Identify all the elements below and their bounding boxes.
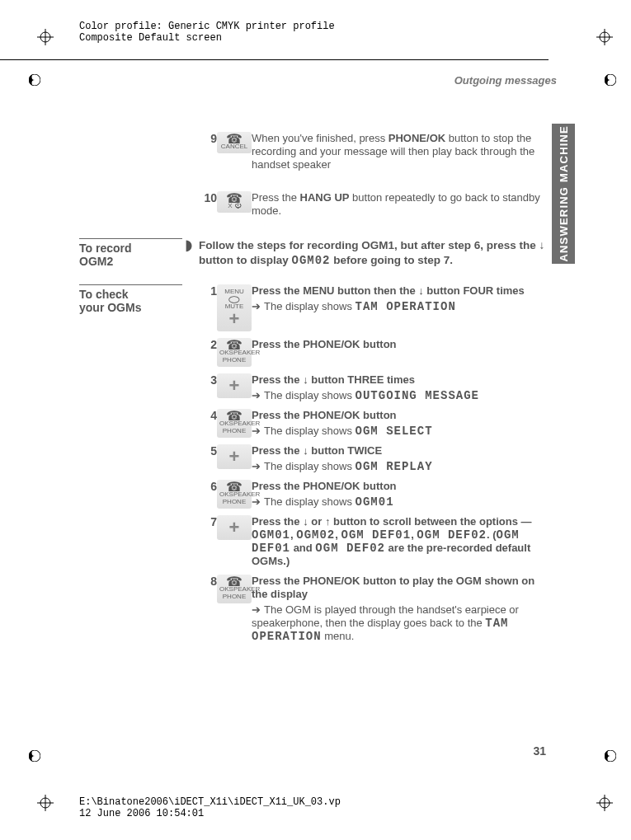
registration-mark-icon bbox=[596, 29, 613, 45]
yin-yang-icon bbox=[29, 74, 40, 86]
phone-ok-button-icon: ☎OKSPEAKERPHONE bbox=[217, 575, 252, 603]
phone-ok-button-icon: ☎OKSPEAKERPHONE bbox=[217, 409, 252, 438]
nav-button-icon: + bbox=[217, 373, 252, 398]
section-label: To record OGM2 bbox=[79, 242, 178, 268]
step-number: 4 bbox=[199, 409, 217, 422]
timestamp-text: 12 June 2006 10:54:01 bbox=[79, 808, 341, 819]
nav-button-icon: + bbox=[217, 444, 252, 469]
yin-yang-icon bbox=[29, 750, 40, 762]
step-number: 8 bbox=[199, 575, 217, 588]
cancel-button-icon: ☎CANCEL bbox=[217, 132, 252, 153]
step-text: Press the PHONE/OK button The display sh… bbox=[252, 480, 582, 509]
yin-yang-icon bbox=[605, 74, 616, 86]
section-divider bbox=[79, 284, 182, 285]
registration-mark-icon bbox=[37, 29, 54, 45]
step-number: 5 bbox=[199, 444, 217, 458]
step-number: 10 bbox=[199, 191, 217, 204]
step-number: 9 bbox=[199, 132, 217, 145]
phone-ok-button-icon: ☎OKSPEAKERPHONE bbox=[217, 338, 252, 367]
step-text: Press the ↓ or ↑ button to scroll betwee… bbox=[252, 515, 582, 568]
yin-yang-icon bbox=[605, 750, 616, 762]
step-text: Press the PHONE/OK button bbox=[252, 338, 582, 351]
registration-mark-icon bbox=[596, 795, 613, 811]
composite-text: Composite Default screen bbox=[79, 32, 335, 44]
menu-button-icon: MENU⬭MUTE+ bbox=[217, 284, 252, 331]
step-text: Press the ↓ button THREE times The displ… bbox=[252, 373, 582, 402]
filepath-text: E:\Binatone2006\iDECT_X1i\iDECT_X1i_UK_0… bbox=[79, 796, 341, 808]
step-number: 6 bbox=[199, 480, 217, 493]
phone-ok-button-icon: ☎OKSPEAKERPHONE bbox=[217, 480, 252, 509]
section-header: Outgoing messages bbox=[79, 74, 582, 87]
step-number: 3 bbox=[199, 373, 217, 387]
section-tab-label: ANSWERING MACHINE bbox=[558, 125, 570, 262]
registration-mark-icon bbox=[37, 795, 54, 811]
step-number: 1 bbox=[199, 284, 217, 298]
bullet-icon: ◗ bbox=[178, 238, 199, 251]
section-label: To check your OGMs bbox=[79, 288, 192, 314]
step-text: When you've finished, press PHONE/OK but… bbox=[252, 132, 582, 171]
step-text: Press the HANG UP button repeatedly to g… bbox=[252, 191, 582, 218]
nav-button-icon: + bbox=[217, 515, 252, 540]
down-arrow-icon: ↓ bbox=[539, 239, 545, 251]
prepress-footer: E:\Binatone2006\iDECT_X1i\iDECT_X1i_UK_0… bbox=[79, 796, 341, 819]
section-tab: ANSWERING MACHINE bbox=[552, 124, 575, 264]
hangup-button-icon: ☎X ⏻ bbox=[217, 191, 252, 213]
color-profile-text: Color profile: Generic CMYK printer prof… bbox=[79, 21, 335, 32]
prepress-header: Color profile: Generic CMYK printer prof… bbox=[79, 21, 335, 44]
step-number: 7 bbox=[199, 515, 217, 528]
step-text: Press the PHONE/OK button to play the OG… bbox=[252, 575, 582, 643]
step-text: Press the MENU button then the ↓ button … bbox=[252, 284, 582, 313]
crop-line bbox=[0, 59, 549, 60]
step-text: Press the PHONE/OK button The display sh… bbox=[252, 409, 582, 438]
page-number: 31 bbox=[533, 744, 546, 758]
section-divider bbox=[79, 238, 182, 239]
record-ogm2-text: Follow the steps for recording OGM1, but… bbox=[199, 238, 582, 268]
step-text: Press the ↓ button TWICE The display sho… bbox=[252, 444, 582, 473]
step-number: 2 bbox=[199, 338, 217, 351]
